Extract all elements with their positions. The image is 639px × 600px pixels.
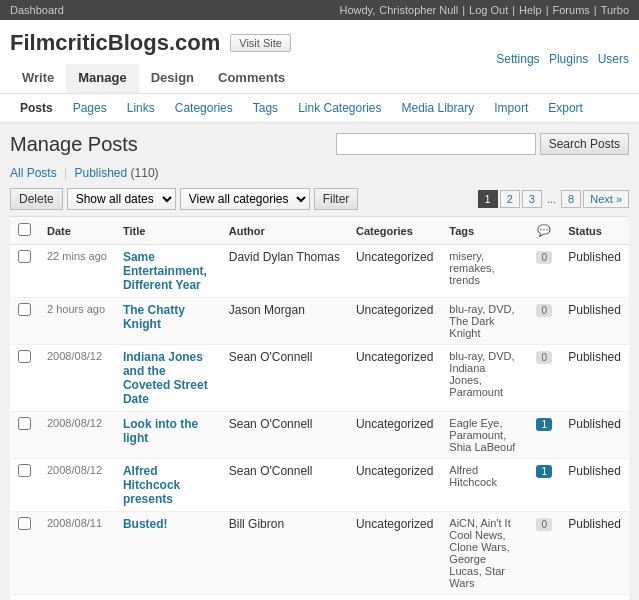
plugins-link[interactable]: Plugins — [549, 52, 588, 66]
tablenav-top: Delete Show all dates 2008/08 2008/07 Vi… — [10, 188, 629, 210]
page-8-link[interactable]: 8 — [561, 190, 581, 208]
admin-bar: Dashboard Howdy, Christopher Null | Log … — [0, 0, 639, 20]
table-row: 2 hours ago The Chatty Knight Jason Morg… — [10, 298, 629, 345]
row-checkbox-cell — [10, 345, 39, 412]
row-status: Published — [560, 595, 629, 601]
tablenav-right: 1 2 3 ... 8 Next » — [478, 190, 629, 208]
visit-site-button[interactable]: Visit Site — [230, 34, 291, 52]
comment-count[interactable]: 1 — [536, 465, 552, 478]
posts-filter-links: All Posts | Published (110) — [10, 166, 629, 180]
logout-link[interactable]: Log Out — [469, 4, 508, 16]
site-header: FilmcriticBlogs.com Visit Site Settings … — [0, 20, 639, 94]
table-row: 2008/08/12 Look into the light Sean O'Co… — [10, 412, 629, 459]
nav-comments[interactable]: Comments — [206, 64, 297, 93]
row-status: Published — [560, 298, 629, 345]
row-checkbox-cell — [10, 245, 39, 298]
help-link[interactable]: Help — [519, 4, 542, 16]
row-checkbox[interactable] — [18, 350, 31, 363]
subnav-links[interactable]: Links — [117, 94, 165, 122]
row-tags: blu-ray, DVD, Indiana Jones, Paramount — [441, 345, 528, 412]
forums-link[interactable]: Forums — [553, 4, 590, 16]
post-title-link[interactable]: Busted! — [123, 517, 168, 531]
row-checkbox[interactable] — [18, 303, 31, 316]
table-row: 2008/08/11 Busted! Bill Gibron Uncategor… — [10, 512, 629, 595]
row-checkbox[interactable] — [18, 250, 31, 263]
row-tags: Alfred Hitchcock — [441, 459, 528, 512]
row-categories: Uncategorized — [348, 459, 441, 512]
table-row: 22 mins ago Same Entertainment, Differen… — [10, 245, 629, 298]
search-input[interactable] — [336, 133, 536, 155]
post-title-link[interactable]: Alfred Hitchcock presents — [123, 464, 180, 506]
row-author: David Dylan Thomas — [221, 245, 348, 298]
check-all-checkbox[interactable] — [18, 223, 31, 236]
category-filter-select[interactable]: View all categories Horror Uncategorized — [180, 188, 310, 210]
subnav-categories[interactable]: Categories — [165, 94, 243, 122]
page-2-link[interactable]: 2 — [500, 190, 520, 208]
row-title: Look into the light — [115, 412, 221, 459]
nav-write[interactable]: Write — [10, 64, 66, 93]
subnav-posts[interactable]: Posts — [10, 94, 63, 122]
row-checkbox[interactable] — [18, 417, 31, 430]
status-column-header: Status — [560, 217, 629, 245]
subnav-media-library[interactable]: Media Library — [392, 94, 485, 122]
post-title-link[interactable]: Same Entertainment, Different Year — [123, 250, 207, 292]
row-status: Published — [560, 459, 629, 512]
row-checkbox-cell — [10, 412, 39, 459]
date-filter-select[interactable]: Show all dates 2008/08 2008/07 — [67, 188, 176, 210]
page-3-link[interactable]: 3 — [522, 190, 542, 208]
settings-link[interactable]: Settings — [496, 52, 539, 66]
post-title-link[interactable]: Indiana Jones and the Coveted Street Dat… — [123, 350, 208, 406]
row-date: 2 hours ago — [39, 298, 115, 345]
row-checkbox-cell — [10, 298, 39, 345]
comments-column-header: 💬 — [528, 217, 560, 245]
posts-tbody: 22 mins ago Same Entertainment, Differen… — [10, 245, 629, 601]
table-row: 2008/08/11 The Lack of Wisdom of Ticket … — [10, 595, 629, 601]
table-row: 2008/08/12 Alfred Hitchcock presents Sea… — [10, 459, 629, 512]
row-status: Published — [560, 245, 629, 298]
page-1-link[interactable]: 1 — [478, 190, 498, 208]
nav-manage[interactable]: Manage — [66, 64, 138, 93]
row-checkbox[interactable] — [18, 517, 31, 530]
site-title: FilmcriticBlogs.com — [10, 30, 220, 56]
row-title: Same Entertainment, Different Year — [115, 245, 221, 298]
dashboard-link[interactable]: Dashboard — [10, 4, 64, 16]
subnav-link-categories[interactable]: Link Categories — [288, 94, 391, 122]
row-author: Bill Gibron — [221, 512, 348, 595]
row-date: 2008/08/11 — [39, 595, 115, 601]
row-status: Published — [560, 412, 629, 459]
subnav-pages[interactable]: Pages — [63, 94, 117, 122]
subnav-export[interactable]: Export — [538, 94, 593, 122]
row-comments: 0 — [528, 512, 560, 595]
row-checkbox[interactable] — [18, 464, 31, 477]
subnav-tags[interactable]: Tags — [243, 94, 288, 122]
row-author: Sean O'Connell — [221, 345, 348, 412]
all-posts-link[interactable]: All Posts — [10, 166, 57, 180]
table-row: 2008/08/12 Indiana Jones and the Coveted… — [10, 345, 629, 412]
search-button[interactable]: Search Posts — [540, 133, 629, 155]
post-title-link[interactable]: Look into the light — [123, 417, 198, 445]
row-date: 2008/08/12 — [39, 459, 115, 512]
row-categories: Uncategorized — [348, 345, 441, 412]
published-link[interactable]: Published — [75, 166, 128, 180]
row-tags: misery, remakes, trends — [441, 245, 528, 298]
tablenav-left: Delete Show all dates 2008/08 2008/07 Vi… — [10, 188, 358, 210]
row-date: 22 mins ago — [39, 245, 115, 298]
comment-count: 0 — [536, 304, 552, 317]
post-title-link[interactable]: The Chatty Knight — [123, 303, 185, 331]
filter-button[interactable]: Filter — [314, 188, 359, 210]
secondary-nav: Posts Pages Links Categories Tags Link C… — [0, 94, 639, 123]
row-checkbox-cell — [10, 459, 39, 512]
row-author: Sean O'Connell — [221, 459, 348, 512]
header-right-nav: Settings Plugins Users — [490, 52, 629, 66]
nav-design[interactable]: Design — [139, 64, 206, 93]
row-date: 2008/08/12 — [39, 412, 115, 459]
comment-count[interactable]: 1 — [536, 418, 552, 431]
row-comments: 1 — [528, 412, 560, 459]
users-link[interactable]: Users — [598, 52, 629, 66]
next-page-link[interactable]: Next » — [583, 190, 629, 208]
date-column-header: Date — [39, 217, 115, 245]
delete-button[interactable]: Delete — [10, 188, 63, 210]
subnav-import[interactable]: Import — [484, 94, 538, 122]
turbo-link[interactable]: Turbo — [601, 4, 629, 16]
username-link[interactable]: Christopher Null — [379, 4, 458, 16]
